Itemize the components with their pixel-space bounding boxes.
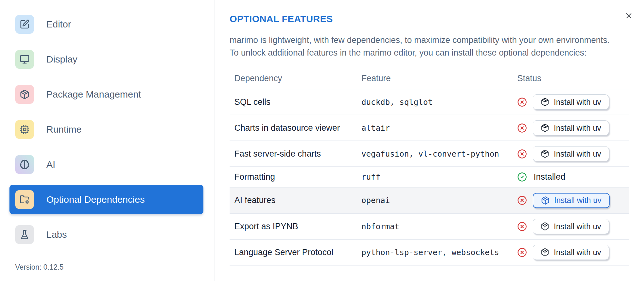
monitor-icon-tile <box>15 50 34 69</box>
table-row: Formatting ruff Installed <box>230 167 629 188</box>
close-button[interactable] <box>623 9 635 22</box>
sidebar-item-display[interactable]: Display <box>9 45 203 74</box>
dependency-cell: Charts in datasource viewer <box>230 123 361 133</box>
brain-icon <box>20 159 30 170</box>
table-row: SQL cells duckdb, sqlglot Install with u… <box>230 89 629 115</box>
install-with-uv-button[interactable]: Install with uv <box>533 120 609 135</box>
install-button-label: Install with uv <box>554 149 601 158</box>
circle-x-icon <box>517 149 527 159</box>
install-with-uv-button[interactable]: Install with uv <box>533 245 609 260</box>
sidebar-item-label: Display <box>46 54 77 65</box>
install-button-label: Install with uv <box>554 123 601 133</box>
circle-check-icon <box>517 172 527 182</box>
dependency-cell: Export as IPYNB <box>230 222 361 231</box>
install-button-label: Install with uv <box>554 98 601 107</box>
package-icon <box>541 222 549 231</box>
sidebar-item-labs[interactable]: Labs <box>9 220 203 249</box>
sidebar-nav: Editor Display Package Management Runtim… <box>9 9 203 249</box>
table-header-row: Dependency Feature Status <box>230 68 629 89</box>
circle-x-icon <box>517 248 527 257</box>
sidebar-item-editor[interactable]: Editor <box>9 9 203 39</box>
feature-cell: ruff <box>361 172 517 182</box>
feature-cell: python-lsp-server, websockets <box>361 248 517 257</box>
package-icon <box>541 248 549 257</box>
circle-check-icon <box>517 172 527 182</box>
circle-x-icon <box>517 248 527 257</box>
feature-cell: openai <box>361 196 517 205</box>
cpu-icon-tile <box>15 120 34 139</box>
circle-x-icon <box>517 222 527 231</box>
monitor-icon <box>20 54 30 64</box>
sidebar-item-runtime[interactable]: Runtime <box>9 115 203 144</box>
package-icon <box>541 123 549 132</box>
status-cell: Install with uv <box>517 193 629 208</box>
package-icon <box>541 196 550 205</box>
feature-cell: nbformat <box>361 222 517 231</box>
table-row: Charts in datasource viewer altair Insta… <box>230 115 629 141</box>
description-line-1: marimo is lightweight, with few dependen… <box>230 35 610 45</box>
circle-x-icon <box>517 149 527 159</box>
flask-icon-tile <box>15 225 34 244</box>
circle-x-icon <box>517 97 527 107</box>
optional-features-panel: OPTIONAL FEATURES marimo is lightweight,… <box>215 0 644 281</box>
package-icon-tile <box>15 85 34 104</box>
settings-dialog: Editor Display Package Management Runtim… <box>0 0 644 281</box>
dependency-cell: AI features <box>230 195 361 205</box>
circle-x-icon <box>517 195 527 205</box>
install-with-uv-button[interactable]: Install with uv <box>533 94 609 110</box>
package-icon <box>20 89 30 99</box>
feature-cell: vegafusion, vl-convert-python <box>361 149 517 158</box>
status-cell: Install with uv <box>517 245 629 260</box>
table-row: Language Server Protocol python-lsp-serv… <box>230 240 629 266</box>
edit-icon <box>20 19 30 29</box>
circle-x-icon <box>517 97 527 107</box>
install-with-uv-button[interactable]: Install with uv <box>533 146 609 161</box>
install-button-label: Install with uv <box>554 196 601 205</box>
sidebar-item-label: AI <box>46 159 55 170</box>
table-body: SQL cells duckdb, sqlglot Install with u… <box>230 89 629 266</box>
feature-cell: duckdb, sqlglot <box>361 98 517 107</box>
edit-icon-tile <box>15 15 34 34</box>
package-icon <box>541 149 549 158</box>
sidebar-item-package-management[interactable]: Package Management <box>9 80 203 109</box>
sidebar-item-label: Package Management <box>46 89 141 100</box>
sidebar-item-label: Editor <box>46 19 71 30</box>
description-line-2: To unlock additional features in the mar… <box>230 48 587 57</box>
sidebar-item-label: Optional Dependencies <box>46 194 145 205</box>
cpu-icon <box>20 124 30 135</box>
install-button-label: Install with uv <box>554 248 601 257</box>
sidebar-item-label: Labs <box>46 229 67 240</box>
panel-description: marimo is lightweight, with few dependen… <box>230 34 644 59</box>
folder-cog-icon-tile <box>15 190 34 209</box>
dependency-cell: Formatting <box>230 172 361 182</box>
sidebar-item-optional-dependencies[interactable]: Optional Dependencies <box>9 185 203 214</box>
close-icon <box>624 11 633 20</box>
table-row: Export as IPYNB nbformat Install with uv <box>230 214 629 240</box>
settings-sidebar: Editor Display Package Management Runtim… <box>0 0 214 281</box>
header-feature: Feature <box>361 74 517 83</box>
table-row: Fast server-side charts vegafusion, vl-c… <box>230 141 629 167</box>
table-row: AI features openai Install with uv <box>230 188 629 214</box>
feature-cell: altair <box>361 123 517 133</box>
flask-icon <box>20 230 30 240</box>
install-with-uv-button[interactable]: Install with uv <box>533 219 609 234</box>
install-with-uv-button[interactable]: Install with uv <box>533 193 610 208</box>
version-label: Version: 0.12.5 <box>15 263 63 272</box>
install-button-label: Install with uv <box>554 222 601 231</box>
dependency-cell: Fast server-side charts <box>230 149 361 159</box>
package-icon <box>541 98 549 106</box>
status-cell: Install with uv <box>517 146 629 161</box>
status-cell: Install with uv <box>517 120 629 135</box>
circle-x-icon <box>517 222 527 231</box>
sidebar-item-ai[interactable]: AI <box>9 150 203 179</box>
page-title: OPTIONAL FEATURES <box>230 13 644 25</box>
brain-icon-tile <box>15 155 34 174</box>
dependencies-table: Dependency Feature Status SQL cells duck… <box>230 68 629 266</box>
status-cell: Install with uv <box>517 94 629 110</box>
header-status: Status <box>517 74 629 83</box>
dependency-cell: Language Server Protocol <box>230 248 361 257</box>
circle-x-icon <box>517 123 527 133</box>
folder-cog-icon <box>20 194 30 205</box>
dependency-cell: SQL cells <box>230 97 361 107</box>
installed-label: Installed <box>534 172 565 182</box>
